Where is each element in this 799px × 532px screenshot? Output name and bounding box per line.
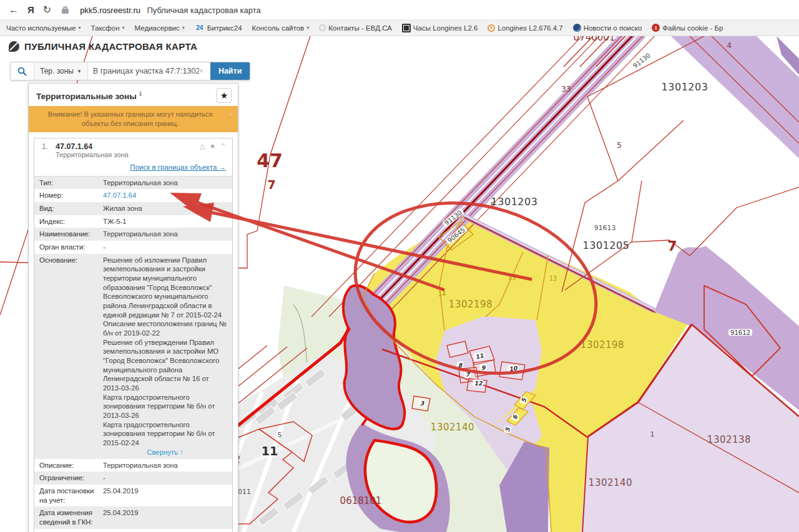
chevron-down-icon: ▾ [306, 25, 309, 31]
bookmark-item[interactable]: Часы Longines L2.6 [402, 24, 478, 32]
browser-toolbar: ← Я ↻ pkk5.rosreestr.ru Публичная кадаст… [0, 0, 799, 20]
row-value: - [102, 472, 232, 485]
row-label: Ограничение: [34, 472, 102, 485]
row-label: Дата постановки на учет: [34, 485, 102, 506]
bookmark-item[interactable]: Часто используемые▾ [6, 24, 81, 32]
row-value: Территориальная зона [102, 459, 232, 472]
row-label: Вид: [34, 202, 102, 215]
cookie-icon: 1 [652, 24, 660, 32]
address-bar-url[interactable]: pkk5.rosreestr.ru [80, 6, 140, 15]
row-value: ТЖ-5-1 [102, 215, 232, 228]
address-bar-page-title: Публичная кадастровая карта [147, 6, 260, 15]
circle-icon [319, 24, 326, 31]
bookmark-item[interactable]: 24Битрикс24 [195, 24, 242, 32]
table-row: Дата выгрузки сведений из ГКН:28.04.2019 [34, 529, 232, 532]
row-value: Решение об изложении Правил землепользов… [102, 254, 232, 459]
table-row: Тип:Территориальная зона [34, 177, 232, 190]
pkk-logo-icon [9, 41, 19, 52]
bookmark-label: Часы Longines L2.6 [413, 24, 478, 32]
bookmarks-bar: Часто используемые▾Таксфон▾Медиасервис▾2… [0, 20, 799, 36]
bookmark-label: Таксфон [91, 24, 120, 32]
row-value: Жилая зона [102, 202, 232, 215]
b24-icon: 24 [195, 24, 205, 32]
result-index: 1. [39, 142, 56, 158]
zone-attributes-table: Тип:Территориальная зонаНомер:47.07.1.64… [34, 177, 232, 532]
search-in-bounds-link[interactable]: Поиск в границах объекта → [130, 163, 226, 171]
refresh-icon[interactable]: ↻ [43, 4, 51, 16]
results-count: 1 [139, 90, 142, 97]
search-button-icon-box[interactable] [11, 62, 34, 80]
chevron-down-icon: ▼ [77, 69, 82, 74]
row-label: Орган власти: [34, 241, 102, 254]
bookmark-label: Longines L2.676.4.7 [498, 24, 562, 32]
row-label: Дата изменения сведений в ГКН: [34, 506, 102, 528]
results-panel: Территориальные зоны 1 ★ Внимание! В ука… [28, 83, 238, 532]
search-category-dropdown[interactable]: Тер. зоны ▼ [34, 62, 88, 80]
chevron-down-icon: ▾ [182, 25, 185, 31]
row-value: 25.04.2019 [102, 485, 232, 506]
clock-icon [488, 24, 495, 32]
bookmark-item[interactable]: Контакты - ЕВД.СА [319, 24, 392, 32]
row-value: 28.04.2019 [102, 529, 232, 532]
table-row: Дата постановки на учет:25.04.2019 [34, 485, 232, 506]
watch-icon [402, 24, 411, 32]
warning-close-icon[interactable]: × [229, 110, 233, 120]
search-input[interactable] [93, 67, 199, 75]
row-label: Основание: [34, 254, 102, 459]
favorite-star-button[interactable]: ★ [217, 88, 232, 103]
chevron-down-icon: ▾ [79, 25, 81, 31]
table-row: Дата изменения сведений в ГКН:25.04.2019 [34, 506, 232, 528]
yandex-browser-icon[interactable]: Я [27, 4, 34, 15]
bookmark-item[interactable]: Новости о поиско [573, 24, 642, 32]
site-title: ПУБЛИЧНАЯ КАДАСТРОВАЯ КАРТА [24, 41, 197, 52]
table-row: Наименование:Территориальная зона [34, 228, 232, 241]
search-bar: Тер. зоны ▼ × Найти [10, 62, 250, 80]
back-icon[interactable]: ← [9, 4, 19, 16]
bookmark-label: Контакты - ЕВД.СА [328, 24, 392, 32]
row-label: Описание: [34, 459, 102, 472]
zone-card: 1. 47.07.1.64 Территориальная зона △ ★ ⌃… [34, 138, 233, 532]
panel-title: Территориальные зоны 1 [36, 90, 142, 101]
table-row: Вид:Жилая зона [34, 202, 232, 215]
cadastral-map[interactable]: 0740001413012033391130547751301203911309… [0, 36, 799, 532]
bookmark-item[interactable]: Консоль сайтов▾ [252, 24, 310, 32]
row-label: Тип: [34, 177, 102, 190]
site-header: ПУБЛИЧНАЯ КАДАСТРОВАЯ КАРТА [9, 41, 197, 52]
bookmark-item[interactable]: Longines L2.676.4.7 [488, 24, 562, 32]
row-value: Территориальная зона [102, 228, 232, 241]
bookmark-item[interactable]: 1Файлы cookie - Бр [652, 24, 723, 32]
collapse-link[interactable]: Свернуть ↑ [103, 448, 227, 457]
clear-search-icon[interactable]: × [199, 67, 203, 75]
table-row: Номер:47.07.1.64 [34, 189, 232, 202]
row-label: Дата выгрузки сведений из ГКН: [34, 529, 102, 532]
zone-subtitle: Территориальная зона [56, 151, 129, 158]
globe-icon [573, 24, 581, 32]
search-icon [17, 67, 27, 76]
bookmark-label: Новости о поиско [584, 24, 642, 32]
table-row: Ограничение:- [34, 472, 232, 485]
lock-icon[interactable] [60, 6, 71, 14]
bookmark-label: Битрикс24 [207, 24, 242, 32]
bookmark-item[interactable]: Медиасервис▾ [135, 24, 185, 32]
search-category-label: Тер. зоны [40, 67, 74, 75]
table-row: Индекс:ТЖ-5-1 [34, 215, 232, 228]
table-row: Описание:Территориальная зона [34, 459, 232, 472]
bookmark-label: Медиасервис [135, 24, 180, 32]
row-label: Индекс: [34, 215, 102, 228]
table-row: Орган власти:- [34, 241, 232, 254]
card-action-icons[interactable]: △ ★ ⌃ [200, 142, 227, 158]
table-row: Основание:Решение об изложении Правил зе… [34, 254, 232, 459]
bookmark-item[interactable]: Таксфон▾ [91, 24, 125, 32]
bookmark-label: Консоль сайтов [252, 24, 305, 32]
chevron-down-icon: ▾ [122, 25, 125, 31]
row-label: Наименование: [34, 228, 102, 241]
zone-number: 47.07.1.64 [56, 142, 129, 151]
row-value: - [102, 241, 232, 254]
bookmark-label: Файлы cookie - Бр [662, 24, 723, 32]
row-value[interactable]: 47.07.1.64 [102, 189, 232, 202]
search-submit-button[interactable]: Найти [210, 62, 250, 80]
row-value: 25.04.2019 [102, 506, 232, 528]
bookmark-label: Часто используемые [6, 24, 76, 32]
row-value: Территориальная зона [102, 177, 232, 190]
row-label: Номер: [34, 189, 102, 202]
